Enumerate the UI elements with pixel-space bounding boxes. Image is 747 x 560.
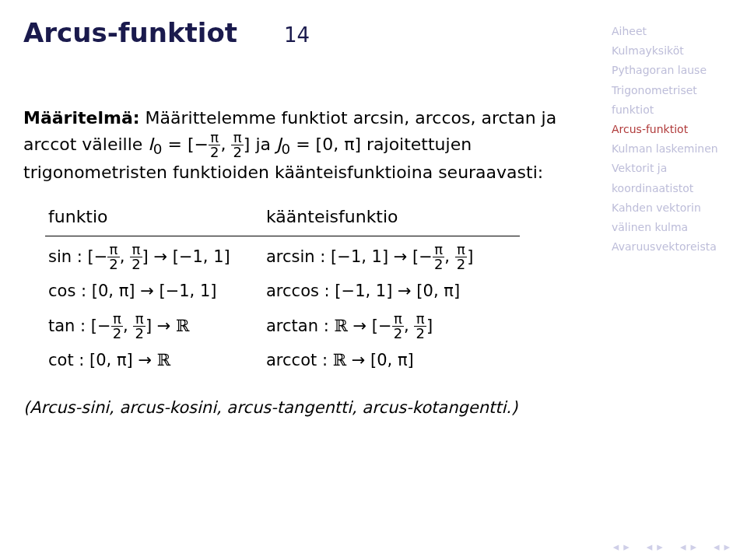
note-line: (Arcus-sini, arcus-kosini, arcus-tangent… [23, 396, 584, 421]
nav-c1-icon[interactable]: ◂ [680, 540, 686, 554]
nav-first-icon[interactable]: ◂ [613, 540, 619, 554]
sidebar-item-4[interactable]: Kulman laskeminen [612, 139, 728, 159]
sidebar-item-7[interactable]: Avaruusvektoreista [612, 237, 728, 257]
sidebar-item-5[interactable]: Vektorit ja koordinaatistot [612, 159, 728, 198]
sidebar-item-1[interactable]: Pythagoran lause [612, 61, 728, 80]
sidebar-item-6[interactable]: Kahden vektorin välinen kulma [612, 198, 728, 237]
row4-right: arccot : ℝ → [0, π] [263, 342, 520, 375]
row2-right: arccos : [−1, 1] → [0, π] [263, 273, 520, 306]
nav-prev-icon[interactable]: ◂ [647, 540, 653, 554]
nav-first-fwd-icon[interactable]: ▸ [623, 540, 630, 554]
page-number: 14 [284, 23, 310, 47]
frac-pi2-b: π2 [231, 131, 243, 159]
body-content: Määritelmä: Määrittelemme funktiot arcsi… [23, 105, 584, 421]
nav-d2-icon[interactable]: ▸ [724, 540, 730, 554]
nav-c2-icon[interactable]: ▸ [690, 540, 696, 554]
sidebar-item-3[interactable]: Arcus-funktiot [612, 120, 728, 139]
row1-right: arcsin : [−1, 1] → [−π2, π2] [263, 236, 520, 273]
nav-next-icon[interactable]: ▸ [657, 540, 663, 554]
def-close1: ] ja [244, 135, 276, 154]
sidebar: Aiheet Kulmayksiköt Pythagoran lause Tri… [612, 22, 728, 257]
I0-sub: 0 [153, 141, 163, 157]
row3-right: arctan : ℝ → [−π2, π2] [263, 306, 520, 342]
def-eq1: = [− [163, 135, 209, 154]
frac-pi2-a: π2 [209, 131, 220, 159]
nav-controls: ◂ ▸ ◂ ▸ ◂ ▸ ◂ ▸ [613, 540, 730, 554]
row2-left: cos : [0, π] → [−1, 1] [45, 273, 263, 306]
row3-left: tan : [−π2, π2] → ℝ [45, 306, 263, 342]
sidebar-item-0[interactable]: Kulmayksiköt [612, 41, 728, 61]
page-title: Arcus-funktiot [23, 17, 237, 48]
row4-left: cot : [0, π] → ℝ [45, 342, 263, 375]
sidebar-item-2[interactable]: Trigonometriset funktiot [612, 81, 728, 120]
definition-label: Määritelmä: [23, 108, 140, 128]
th-left: funktio [45, 199, 263, 236]
nav-d1-icon[interactable]: ◂ [714, 540, 720, 554]
th-right: käänteisfunktio [263, 199, 520, 236]
row1-left: sin : [−π2, π2] → [−1, 1] [45, 236, 263, 273]
definition-paragraph: Määritelmä: Määrittelemme funktiot arcsi… [23, 105, 584, 185]
def-comma-a: , [220, 135, 231, 154]
J0-sub: 0 [282, 141, 291, 157]
function-table: funktio käänteisfunktio sin : [−π2, π2] … [45, 199, 584, 374]
sidebar-head: Aiheet [612, 22, 728, 41]
